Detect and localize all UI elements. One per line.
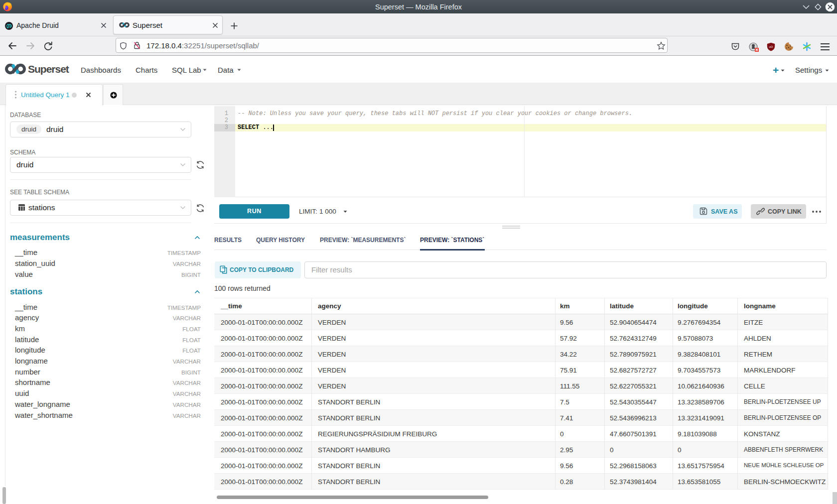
- svg-text:uO: uO: [769, 45, 773, 48]
